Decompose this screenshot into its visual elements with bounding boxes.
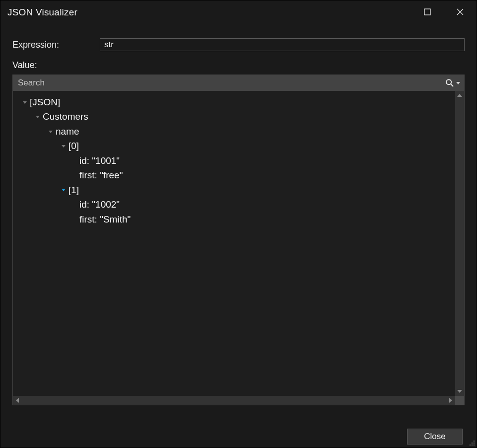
- expression-row: Expression:: [0, 36, 477, 53]
- tree-leaf-value: first: "Smith": [79, 212, 131, 226]
- svg-rect-6: [470, 445, 471, 446]
- vertical-scrollbar[interactable]: [455, 91, 464, 396]
- expression-input[interactable]: [100, 38, 465, 51]
- maximize-button[interactable]: [411, 0, 444, 24]
- expand-icon[interactable]: [60, 187, 68, 192]
- expand-icon[interactable]: [60, 144, 68, 149]
- chevron-left-icon: [16, 398, 19, 403]
- search-icon: [445, 78, 454, 87]
- tree-leaf-value: id: "1002": [79, 197, 120, 212]
- svg-rect-0: [424, 9, 430, 15]
- close-icon: [457, 8, 464, 17]
- json-tree[interactable]: [JSON] Customers name: [13, 91, 455, 396]
- expand-icon[interactable]: [47, 129, 55, 134]
- tree-leaf[interactable]: id: "1002": [15, 197, 453, 212]
- window-title: JSON Visualizer: [7, 7, 77, 18]
- titlebar-controls: [411, 0, 477, 24]
- tree-leaf[interactable]: first: "Smith": [15, 212, 453, 226]
- horizontal-scrollbar[interactable]: [13, 396, 455, 405]
- tree-node-label: [0]: [68, 139, 79, 153]
- search-bar: [13, 75, 464, 91]
- tree-node-item-1[interactable]: [1]: [15, 183, 453, 197]
- svg-rect-5: [474, 443, 475, 444]
- tree-node-label: [1]: [68, 183, 79, 197]
- scroll-down-button[interactable]: [455, 387, 464, 396]
- maximize-icon: [424, 8, 431, 17]
- svg-rect-3: [474, 441, 475, 442]
- value-label-row: Value:: [0, 53, 477, 74]
- json-visualizer-window: JSON Visualizer Expression: Value:: [0, 0, 477, 448]
- scroll-left-button[interactable]: [13, 396, 22, 405]
- svg-line-2: [451, 84, 453, 86]
- chevron-down-icon: [456, 82, 460, 84]
- svg-point-1: [446, 79, 451, 84]
- chevron-right-icon: [449, 398, 452, 403]
- tree-leaf-value: id: "1001": [79, 153, 120, 168]
- expand-icon[interactable]: [34, 114, 42, 119]
- search-input[interactable]: [18, 78, 445, 88]
- search-button[interactable]: [445, 78, 460, 87]
- svg-rect-7: [472, 445, 473, 446]
- resize-grip[interactable]: [468, 439, 476, 447]
- tree-node-name[interactable]: name: [15, 124, 453, 139]
- chevron-down-icon: [457, 390, 462, 393]
- tree-node-item-0[interactable]: [0]: [15, 139, 453, 153]
- expression-label: Expression:: [12, 40, 92, 50]
- tree-node-label: name: [56, 124, 79, 139]
- scroll-right-button[interactable]: [446, 396, 455, 405]
- tree-viewport: [JSON] Customers name: [13, 91, 464, 405]
- svg-rect-8: [474, 445, 475, 446]
- value-panel: [JSON] Customers name: [12, 75, 465, 405]
- tree-leaf[interactable]: first: "free": [15, 168, 453, 182]
- tree-node-customers[interactable]: Customers: [15, 109, 453, 124]
- tree-node-label: Customers: [43, 109, 88, 124]
- tree-leaf-value: first: "free": [79, 168, 123, 182]
- titlebar: JSON Visualizer: [0, 0, 477, 24]
- close-window-button[interactable]: [444, 0, 477, 24]
- tree-node-root[interactable]: [JSON]: [15, 95, 453, 109]
- close-button-label: Close: [424, 432, 445, 442]
- scroll-up-button[interactable]: [455, 91, 464, 100]
- expand-icon[interactable]: [21, 100, 29, 105]
- close-button[interactable]: Close: [407, 429, 463, 445]
- tree-leaf[interactable]: id: "1001": [15, 153, 453, 168]
- tree-node-label: [JSON]: [30, 95, 60, 109]
- scroll-corner: [455, 396, 464, 405]
- value-label: Value:: [12, 60, 465, 71]
- svg-rect-4: [472, 443, 473, 444]
- chevron-up-icon: [457, 94, 462, 97]
- dialog-footer: Close: [0, 429, 473, 445]
